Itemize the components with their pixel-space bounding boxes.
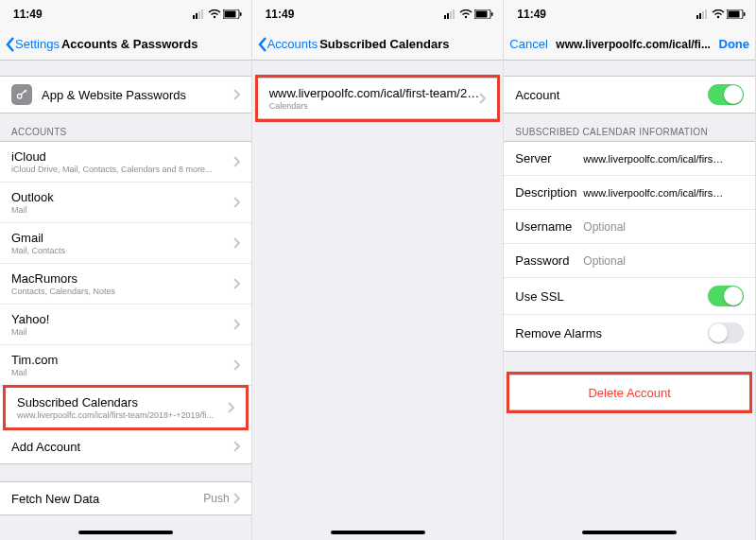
svg-rect-23: [729, 11, 740, 18]
row-label: Add Account: [11, 440, 233, 454]
wifi-icon: [459, 9, 472, 19]
pane-calendar-detail: 11:49 Cancel www.liverpoolfc.com/ical/fi…: [504, 0, 756, 540]
row-detail: Mail: [11, 327, 233, 337]
account-icloud[interactable]: iCloud iCloud Drive, Mail, Contacts, Cal…: [0, 142, 251, 183]
fetch-new-data-row[interactable]: Fetch New Data Push: [0, 481, 251, 515]
svg-rect-3: [201, 9, 203, 19]
app-website-passwords-row[interactable]: App & Website Passwords: [0, 77, 251, 113]
row-label: Description: [515, 185, 583, 200]
calendar-item[interactable]: www.liverpoolfc.com/ical/first-team/201.…: [258, 78, 498, 118]
pane-subscribed-calendars: 11:49 Accounts Subscribed Calendars www.…: [252, 0, 505, 540]
nav-title: Subscribed Calendars: [319, 37, 449, 51]
account-macrumors[interactable]: MacRumors Contacts, Calendars, Notes: [0, 264, 251, 305]
svg-rect-24: [744, 12, 746, 16]
password-row[interactable]: Password Optional: [504, 244, 755, 278]
highlight-calendar-item: www.liverpoolfc.com/ical/first-team/201.…: [255, 75, 501, 122]
status-bar: 11:49: [504, 0, 755, 28]
svg-rect-6: [224, 11, 235, 18]
row-label: Password: [515, 253, 583, 268]
svg-rect-9: [444, 15, 446, 19]
svg-rect-20: [705, 9, 707, 19]
row-detail: Mail: [11, 205, 233, 215]
nav-title: Accounts & Passwords: [61, 37, 198, 51]
svg-rect-11: [450, 11, 452, 19]
alarms-toggle[interactable]: [708, 322, 744, 343]
status-time: 11:49: [266, 8, 295, 21]
svg-point-8: [17, 94, 22, 98]
signal-icon: [444, 9, 457, 19]
cancel-button[interactable]: Cancel: [509, 37, 547, 51]
server-value: www.liverpoolfc.com/ical/first-team/...: [583, 153, 725, 165]
row-label: Remove Alarms: [515, 326, 708, 340]
svg-rect-7: [240, 12, 242, 16]
chevron-right-icon: [479, 93, 486, 104]
account-toggle[interactable]: [708, 84, 744, 105]
accounts-header: ACCOUNTS: [0, 113, 251, 141]
highlight-delete: Delete Account: [507, 372, 752, 413]
row-detail: Calendars: [269, 101, 480, 111]
account-gmail[interactable]: Gmail Mail, Contacts: [0, 223, 251, 264]
delete-label: Delete Account: [521, 386, 738, 400]
server-row[interactable]: Server www.liverpoolfc.com/ical/first-te…: [504, 142, 755, 176]
nav-bar: Cancel www.liverpoolfc.com/ical/fi... Do…: [504, 28, 755, 61]
battery-icon: [727, 9, 746, 19]
description-value: www.liverpoolfc.com/ical/first-team/...: [583, 187, 725, 199]
account-toggle-row: Account: [504, 77, 755, 113]
svg-rect-10: [447, 13, 449, 19]
status-bar: 11:49: [252, 0, 504, 28]
signal-icon: [193, 9, 206, 19]
add-account-row[interactable]: Add Account: [0, 429, 251, 463]
row-detail: iCloud Drive, Mail, Contacts, Calendars …: [11, 165, 233, 174]
chevron-right-icon: [228, 402, 234, 413]
back-label: Accounts: [267, 37, 318, 51]
status-icons: [444, 9, 493, 19]
row-label: Subscribed Calendars: [17, 395, 228, 409]
content: Account SUBSCRIBED CALENDAR INFORMATION …: [504, 61, 755, 540]
username-row[interactable]: Username Optional: [504, 210, 755, 244]
nav-title: www.liverpoolfc.com/ical/fi...: [548, 38, 719, 51]
row-label: Username: [515, 219, 583, 234]
chevron-right-icon: [233, 319, 240, 330]
svg-rect-16: [491, 12, 493, 16]
account-outlook[interactable]: Outlook Mail: [0, 183, 251, 223]
svg-rect-18: [699, 13, 701, 19]
nav-bar: Accounts Subscribed Calendars: [252, 28, 504, 61]
back-button[interactable]: Accounts: [258, 37, 318, 52]
row-label: iCloud: [11, 149, 233, 164]
account-subscribed-calendars[interactable]: Subscribed Calendars www.liverpoolfc.com…: [6, 388, 246, 427]
description-row[interactable]: Description www.liverpoolfc.com/ical/fir…: [504, 176, 755, 210]
ssl-row: Use SSL: [504, 278, 755, 315]
row-detail: Mail, Contacts: [11, 246, 233, 255]
home-indicator[interactable]: [582, 531, 677, 534]
content: www.liverpoolfc.com/ical/first-team/201.…: [252, 61, 504, 540]
chevron-right-icon: [233, 493, 240, 504]
chevron-right-icon: [233, 156, 240, 167]
signal-icon: [696, 9, 710, 19]
svg-point-21: [717, 16, 719, 18]
accounts-list: iCloud iCloud Drive, Mail, Contacts, Cal…: [0, 141, 251, 464]
account-timcom[interactable]: Tim.com Mail: [0, 345, 251, 386]
chevron-right-icon: [233, 359, 240, 371]
account-yahoo[interactable]: Yahoo! Mail: [0, 305, 251, 345]
row-label: Use SSL: [515, 289, 708, 304]
status-icons: [193, 9, 242, 19]
svg-rect-15: [476, 11, 488, 18]
row-label: www.liverpoolfc.com/ical/first-team/201.…: [269, 86, 480, 100]
chevron-right-icon: [233, 89, 240, 100]
delete-account-button[interactable]: Delete Account: [509, 375, 749, 409]
row-detail: Contacts, Calendars, Notes: [11, 287, 233, 296]
wifi-icon: [208, 9, 221, 19]
password-placeholder: Optional: [583, 254, 725, 268]
home-indicator[interactable]: [331, 531, 425, 534]
status-icons: [696, 9, 746, 19]
done-button[interactable]: Done: [719, 37, 750, 51]
ssl-toggle[interactable]: [708, 286, 744, 306]
back-button[interactable]: Settings: [6, 37, 60, 52]
row-label: Yahoo!: [11, 312, 233, 326]
home-indicator[interactable]: [78, 531, 173, 534]
highlight-subscribed-calendars: Subscribed Calendars www.liverpoolfc.com…: [3, 385, 249, 430]
row-label: Gmail: [11, 231, 233, 245]
status-time: 11:49: [13, 8, 43, 21]
svg-rect-19: [702, 11, 704, 19]
pane-accounts-passwords: 11:49 Settings Accounts & Passwords App …: [0, 0, 252, 540]
